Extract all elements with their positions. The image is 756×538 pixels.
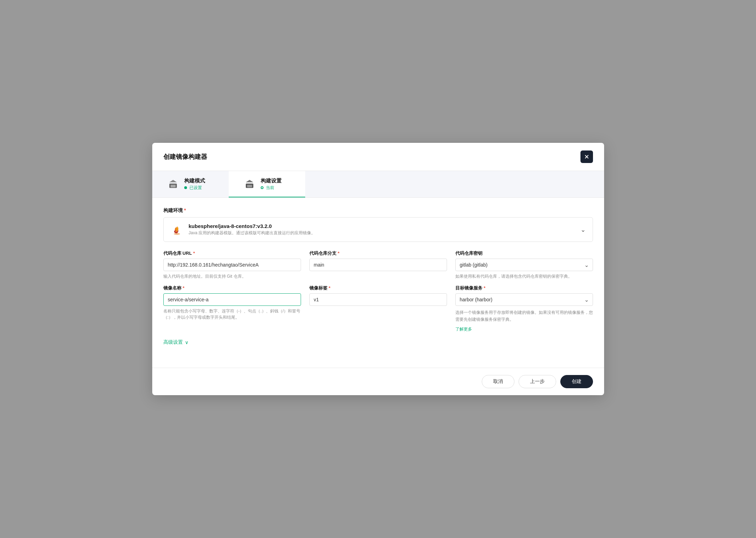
form-row-2: 镜像名称* 名称只能包含小写字母、数字、连字符（-）、句点（.）、斜钱（/）和冒…	[163, 285, 593, 332]
form-row-1: 代码仓库 URL* 输入代码仓库的地址。目前仅支持 Git 仓库。 代码仓库分支…	[163, 250, 593, 279]
step-2-dot	[261, 186, 263, 189]
svg-marker-4	[246, 180, 253, 182]
image-name-hint: 名称只能包含小写字母、数字、连字符（-）、句点（.）、斜钱（/）和冒号（:），并…	[163, 308, 301, 320]
svg-marker-1	[169, 180, 177, 182]
secret-group: 代码仓库密钥 gitlab (gitlab) ⌄ 如果使用私有代码仓库，请选择包…	[455, 250, 593, 279]
repo-url-hint: 输入代码仓库的地址。目前仅支持 Git 仓库。	[163, 273, 301, 279]
branch-input[interactable]	[309, 259, 447, 271]
advanced-settings[interactable]: 高级设置 ∨	[163, 339, 593, 345]
close-button[interactable]	[580, 150, 593, 163]
step-2-label: 构建设置	[261, 178, 282, 184]
svg-rect-5	[247, 185, 252, 187]
image-tag-input[interactable]	[309, 293, 447, 306]
cancel-button[interactable]: 取消	[482, 375, 514, 388]
repo-url-input[interactable]	[163, 259, 301, 271]
modal-footer: 取消 上一步 创建	[152, 368, 604, 395]
step-1-dot	[184, 186, 187, 189]
repo-url-group: 代码仓库 URL* 输入代码仓库的地址。目前仅支持 Git 仓库。	[163, 250, 301, 279]
branch-group: 代码仓库分支*	[309, 250, 447, 279]
env-chevron-icon: ⌄	[580, 226, 586, 234]
image-tag-group: 镜像标签*	[309, 285, 447, 332]
modal-body: 构建环境* kubesphere/java-8-centos7:v3.2.0 J…	[152, 198, 604, 353]
image-name-input[interactable]	[163, 293, 301, 306]
env-info: kubesphere/java-8-centos7:v3.2.0 Java 应用…	[189, 223, 316, 236]
secret-label: 代码仓库密钥	[455, 250, 593, 256]
step-1-info: 构建模式 已设置	[184, 178, 205, 191]
step-2-info: 构建设置 当前	[261, 178, 282, 191]
target-service-label: 目标镜像服务*	[455, 285, 593, 291]
target-service-select[interactable]: harbor (harbor)	[455, 293, 593, 306]
repo-url-label: 代码仓库 URL*	[163, 250, 301, 256]
branch-label: 代码仓库分支*	[309, 250, 447, 256]
target-service-hint: 选择一个镜像服务用于存放即将创建的镜像。如果没有可用的镜像服务，您需要先创建镜像…	[455, 309, 593, 323]
step-1[interactable]: 构建模式 已设置	[152, 171, 229, 197]
create-button[interactable]: 创建	[560, 375, 593, 388]
target-service-group: 目标镜像服务* harbor (harbor) ⌄ 选择一个镜像服务用于存放即将…	[455, 285, 593, 332]
steps-bar: 构建模式 已设置 构建设置 当前	[152, 171, 604, 198]
image-tag-label: 镜像标签*	[309, 285, 447, 291]
env-info-title: kubesphere/java-8-centos7:v3.2.0	[189, 223, 316, 229]
modal-header: 创建镜像构建器	[152, 143, 604, 171]
target-service-select-wrapper: harbor (harbor) ⌄	[455, 293, 593, 306]
modal-title: 创建镜像构建器	[163, 153, 207, 161]
svg-rect-2	[170, 185, 175, 187]
secret-hint: 如果使用私有代码仓库，请选择包含代码仓库密钥的保密字典。	[455, 273, 593, 279]
step-2-icon	[243, 177, 257, 191]
env-info-desc: Java 应用的构建器模版。通过该模版可构建出直接运行的应用镜像。	[189, 230, 316, 236]
learn-more-link[interactable]: 了解更多	[455, 326, 593, 332]
step-2[interactable]: 构建设置 当前	[229, 171, 305, 197]
step-1-icon	[166, 177, 180, 191]
step-1-status: 已设置	[184, 185, 205, 191]
step-1-label: 构建模式	[184, 178, 205, 184]
secret-select[interactable]: gitlab (gitlab)	[455, 259, 593, 271]
image-name-group: 镜像名称* 名称只能包含小写字母、数字、连字符（-）、句点（.）、斜钱（/）和冒…	[163, 285, 301, 332]
secret-select-wrapper: gitlab (gitlab) ⌄	[455, 259, 593, 271]
modal-container: 创建镜像构建器 构建模式 已设置	[152, 143, 604, 395]
env-card[interactable]: kubesphere/java-8-centos7:v3.2.0 Java 应用…	[163, 217, 593, 242]
java-icon	[171, 223, 183, 236]
env-card-left: kubesphere/java-8-centos7:v3.2.0 Java 应用…	[171, 223, 316, 236]
image-name-label: 镜像名称*	[163, 285, 301, 291]
build-env-label: 构建环境*	[163, 207, 593, 214]
prev-button[interactable]: 上一步	[519, 375, 556, 388]
step-2-status: 当前	[261, 185, 282, 191]
advanced-chevron-icon: ∨	[185, 340, 188, 345]
